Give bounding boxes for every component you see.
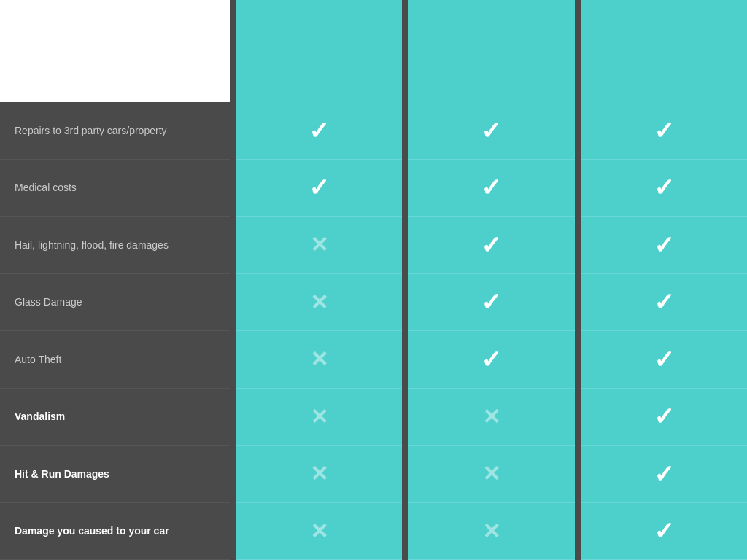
check-icon: ✓ bbox=[654, 345, 674, 374]
row-label-4: Auto Theft bbox=[0, 331, 230, 389]
body-separator-2 bbox=[402, 102, 408, 560]
separator-3 bbox=[575, 0, 581, 102]
cell-col2-row5: ✓ bbox=[581, 389, 747, 446]
col-header-haftphlicht bbox=[236, 0, 402, 102]
col-header-teilkasko bbox=[408, 0, 574, 102]
cell-col1-row2: ✓ bbox=[408, 217, 574, 274]
check-icon: ✓ bbox=[481, 345, 501, 374]
cell-col0-row1: ✓ bbox=[236, 160, 402, 217]
check-icon: ✓ bbox=[481, 287, 501, 316]
cell-col2-row6: ✓ bbox=[581, 446, 747, 503]
separator-2 bbox=[402, 0, 408, 102]
cell-col2-row3: ✓ bbox=[581, 274, 747, 332]
cell-col0-row0: ✓ bbox=[236, 102, 402, 160]
col-body-vollkasko: ✓✓✓✓✓✓✓✓ bbox=[581, 102, 747, 560]
check-icon: ✓ bbox=[481, 116, 501, 145]
main-area: Repairs to 3rd party cars/propertyMedica… bbox=[0, 102, 747, 560]
title-cell bbox=[0, 0, 230, 102]
cross-icon: ✕ bbox=[310, 518, 328, 544]
row-label-7: Damage you caused to your car bbox=[0, 503, 230, 561]
cell-col2-row7: ✓ bbox=[581, 503, 747, 561]
check-icon: ✓ bbox=[654, 116, 674, 145]
check-icon: ✓ bbox=[654, 459, 674, 489]
cell-col0-row4: ✕ bbox=[236, 331, 402, 389]
cross-icon: ✕ bbox=[310, 289, 328, 315]
row-label-1: Medical costs bbox=[0, 160, 230, 217]
col-body-teilkasko: ✓✓✓✓✓✕✕✕ bbox=[408, 102, 574, 560]
cross-icon: ✕ bbox=[482, 518, 500, 544]
cross-icon: ✕ bbox=[310, 232, 328, 257]
cell-col0-row6: ✕ bbox=[236, 446, 402, 503]
check-icon: ✓ bbox=[481, 230, 501, 260]
cross-icon: ✕ bbox=[310, 461, 328, 486]
check-icon: ✓ bbox=[654, 402, 674, 431]
row-label-6: Hit & Run Damages bbox=[0, 446, 230, 503]
cell-col1-row1: ✓ bbox=[408, 160, 574, 217]
row-label-3: Glass Damage bbox=[0, 274, 230, 332]
cell-col0-row3: ✕ bbox=[236, 274, 402, 332]
check-icon: ✓ bbox=[309, 116, 329, 145]
cell-col2-row1: ✓ bbox=[581, 160, 747, 217]
check-icon: ✓ bbox=[481, 173, 501, 202]
header-area bbox=[0, 0, 747, 102]
body-separator-1 bbox=[230, 102, 236, 560]
cell-col1-row5: ✕ bbox=[408, 389, 574, 446]
cell-col0-row2: ✕ bbox=[236, 217, 402, 274]
cell-col1-row3: ✓ bbox=[408, 274, 574, 332]
cross-icon: ✕ bbox=[310, 404, 328, 429]
col-body-haftphlicht: ✓✓✕✕✕✕✕✕ bbox=[236, 102, 402, 560]
check-icon: ✓ bbox=[309, 173, 329, 202]
row-label-2: Hail, lightning, flood, fire damages bbox=[0, 217, 230, 274]
cell-col2-row0: ✓ bbox=[581, 102, 747, 160]
cell-col1-row7: ✕ bbox=[408, 503, 574, 561]
separator-1 bbox=[230, 0, 236, 102]
check-icon: ✓ bbox=[654, 173, 674, 202]
body-separator-3 bbox=[575, 102, 581, 560]
row-labels: Repairs to 3rd party cars/propertyMedica… bbox=[0, 102, 230, 560]
col-header-vollkasko bbox=[581, 0, 747, 102]
check-icon: ✓ bbox=[654, 230, 674, 260]
cell-col1-row0: ✓ bbox=[408, 102, 574, 160]
page-wrapper: Repairs to 3rd party cars/propertyMedica… bbox=[0, 0, 747, 560]
cross-icon: ✕ bbox=[482, 461, 500, 486]
cell-col0-row5: ✕ bbox=[236, 389, 402, 446]
cross-icon: ✕ bbox=[482, 404, 500, 429]
check-icon: ✓ bbox=[654, 516, 674, 545]
row-label-5: Vandalism bbox=[0, 389, 230, 446]
cell-col1-row4: ✓ bbox=[408, 331, 574, 389]
row-label-0: Repairs to 3rd party cars/property bbox=[0, 102, 230, 160]
cell-col0-row7: ✕ bbox=[236, 503, 402, 561]
cell-col1-row6: ✕ bbox=[408, 446, 574, 503]
check-icon: ✓ bbox=[654, 287, 674, 316]
cross-icon: ✕ bbox=[310, 346, 328, 372]
cell-col2-row4: ✓ bbox=[581, 331, 747, 389]
cell-col2-row2: ✓ bbox=[581, 217, 747, 274]
